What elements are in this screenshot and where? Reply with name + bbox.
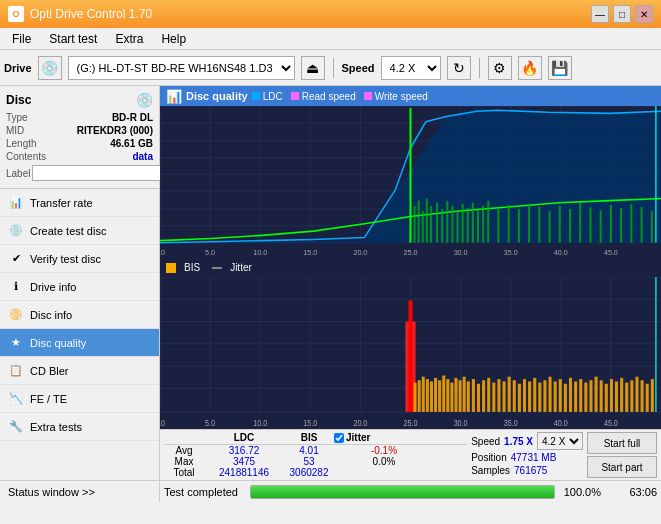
svg-rect-45 <box>559 206 561 243</box>
svg-rect-25 <box>422 211 424 243</box>
svg-rect-143 <box>589 380 592 412</box>
sidebar-item-cd-bler[interactable]: 📋 CD Bler <box>0 357 159 385</box>
svg-rect-122 <box>482 380 485 412</box>
menu-bar: File Start test Extra Help <box>0 28 661 50</box>
stats-ldc-header: LDC <box>204 432 284 443</box>
speed-label: Speed <box>342 62 375 74</box>
sidebar-item-extra-tests[interactable]: 🔧 Extra tests <box>0 413 159 441</box>
sidebar-item-drive-info[interactable]: ℹ Drive info <box>0 273 159 301</box>
svg-rect-107 <box>418 380 421 412</box>
stats-total-jitter <box>334 467 434 478</box>
svg-text:35.0: 35.0 <box>504 248 518 257</box>
svg-rect-41 <box>518 209 520 243</box>
disc-panel-title: Disc <box>6 93 31 107</box>
read-speed-legend-label: Read speed <box>302 91 356 102</box>
svg-rect-126 <box>503 381 506 412</box>
menu-file[interactable]: File <box>4 30 39 48</box>
svg-rect-129 <box>518 383 521 411</box>
menu-help[interactable]: Help <box>153 30 194 48</box>
svg-text:25.0: 25.0 <box>404 418 418 428</box>
speed-select[interactable]: 4.2 X <box>381 56 441 80</box>
speed-stat-select[interactable]: 4.2 X <box>537 432 583 450</box>
status-window-button[interactable]: Status window >> <box>0 480 159 502</box>
samples-value: 761675 <box>514 465 547 476</box>
svg-rect-46 <box>569 209 571 243</box>
cd-bler-icon: 📋 <box>8 363 24 379</box>
sidebar-item-transfer-rate[interactable]: 📊 Transfer rate <box>0 189 159 217</box>
svg-rect-136 <box>554 381 557 412</box>
svg-rect-114 <box>446 379 449 412</box>
svg-rect-50 <box>610 205 612 243</box>
maximize-button[interactable]: □ <box>613 5 631 23</box>
drive-icon-button[interactable]: 💿 <box>38 56 62 80</box>
disc-contents-label: Contents <box>6 151 46 162</box>
svg-rect-120 <box>472 379 475 412</box>
disc-mid-value: RITEKDR3 (000) <box>77 125 153 136</box>
jitter-legend-line <box>212 267 222 269</box>
svg-rect-116 <box>454 377 457 411</box>
svg-rect-42 <box>528 204 530 243</box>
stats-total-ldc: 241881146 <box>204 467 284 478</box>
svg-rect-155 <box>651 379 654 412</box>
svg-rect-130 <box>523 379 526 412</box>
svg-text:10.0: 10.0 <box>253 418 267 428</box>
disc-label-input[interactable] <box>32 165 165 181</box>
save-button[interactable]: 💾 <box>548 56 572 80</box>
chart2-container: 60 50 40 30 20 10 0 10% 8% 6% 4% 2% <box>160 277 661 430</box>
menu-start-test[interactable]: Start test <box>41 30 105 48</box>
svg-text:35.0: 35.0 <box>504 418 518 428</box>
svg-rect-134 <box>543 380 546 412</box>
svg-rect-27 <box>430 206 432 243</box>
progress-bar-fill <box>251 486 554 498</box>
sidebar-item-disc-info[interactable]: 📀 Disc info <box>0 301 159 329</box>
disc-type-value: BD-R DL <box>112 112 153 123</box>
disc-length-label: Length <box>6 138 37 149</box>
svg-text:45.0: 45.0 <box>604 248 618 257</box>
svg-rect-119 <box>467 381 470 412</box>
start-part-button[interactable]: Start part <box>587 456 657 478</box>
drive-label: Drive <box>4 62 32 74</box>
svg-text:10.0: 10.0 <box>253 248 267 257</box>
burn-button[interactable]: 🔥 <box>518 56 542 80</box>
svg-rect-111 <box>434 377 437 411</box>
drive-select[interactable]: (G:) HL-DT-ST BD-RE WH16NS48 1.D3 <box>68 56 295 80</box>
close-button[interactable]: ✕ <box>635 5 653 23</box>
svg-rect-39 <box>497 208 499 243</box>
svg-text:5.0: 5.0 <box>205 248 215 257</box>
sidebar-item-label-transfer-rate: Transfer rate <box>30 197 93 209</box>
svg-text:0.0: 0.0 <box>160 418 165 428</box>
ldc-legend-dot <box>252 92 260 100</box>
sidebar-item-fe-te[interactable]: 📉 FE / TE <box>0 385 159 413</box>
sidebar-item-disc-quality[interactable]: ★ Disc quality <box>0 329 159 357</box>
sidebar-item-label-drive-info: Drive info <box>30 281 76 293</box>
start-full-button[interactable]: Start full <box>587 432 657 454</box>
content-area: 📊 Disc quality LDC Read speed Write spee… <box>160 86 661 502</box>
disc-length-value: 46.61 GB <box>110 138 153 149</box>
settings-button[interactable]: ⚙ <box>488 56 512 80</box>
drive-info-icon: ℹ <box>8 279 24 295</box>
svg-rect-28 <box>436 203 438 243</box>
stats-table: LDC BIS Jitter Avg 316.72 4.01 -0.1% <box>164 432 467 478</box>
disc-quality-title: Disc quality <box>186 90 248 102</box>
svg-rect-26 <box>426 199 428 243</box>
sidebar-item-verify-test-disc[interactable]: ✔ Verify test disc <box>0 245 159 273</box>
write-speed-legend-dot <box>364 92 372 100</box>
svg-text:15.0: 15.0 <box>303 418 317 428</box>
eject-button[interactable]: ⏏ <box>301 56 325 80</box>
jitter-checkbox[interactable] <box>334 433 344 443</box>
disc-mid-label: MID <box>6 125 24 136</box>
right-stats: Speed 1.75 X 4.2 X Position 47731 MB Sam… <box>471 432 583 476</box>
refresh-button[interactable]: ↻ <box>447 56 471 80</box>
disc-info-icon: 📀 <box>8 307 24 323</box>
svg-rect-152 <box>635 376 638 411</box>
svg-rect-43 <box>538 207 540 243</box>
stats-avg-ldc: 316.72 <box>204 445 284 456</box>
progress-percentage: 100.0% <box>561 486 601 498</box>
svg-rect-150 <box>625 382 628 411</box>
menu-extra[interactable]: Extra <box>107 30 151 48</box>
svg-text:25.0: 25.0 <box>404 248 418 257</box>
svg-text:40.0: 40.0 <box>554 418 568 428</box>
transfer-rate-icon: 📊 <box>8 195 24 211</box>
sidebar-item-create-test-disc[interactable]: 💿 Create test disc <box>0 217 159 245</box>
minimize-button[interactable]: — <box>591 5 609 23</box>
